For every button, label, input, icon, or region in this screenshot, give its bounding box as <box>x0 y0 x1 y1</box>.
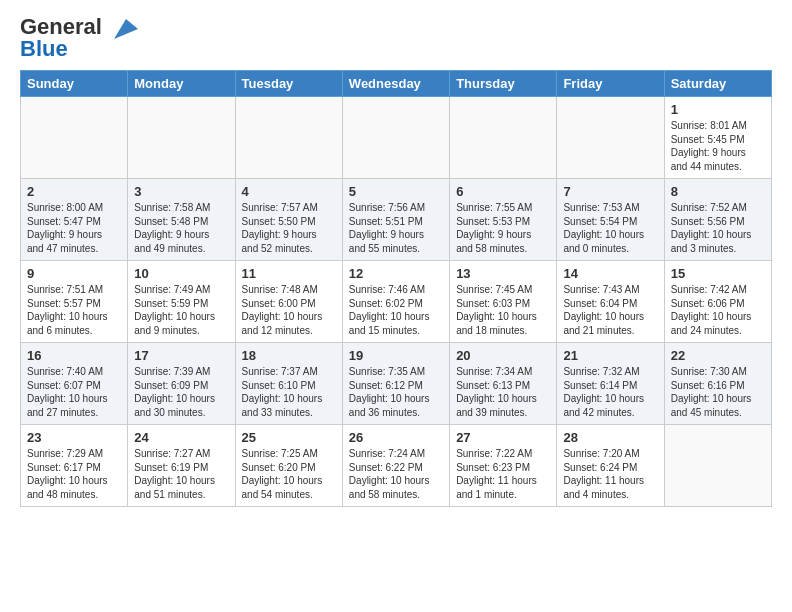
day-info: Sunrise: 7:55 AM Sunset: 5:53 PM Dayligh… <box>456 201 550 255</box>
day-info: Sunrise: 7:27 AM Sunset: 6:19 PM Dayligh… <box>134 447 228 501</box>
day-cell: 16Sunrise: 7:40 AM Sunset: 6:07 PM Dayli… <box>21 343 128 425</box>
day-cell: 11Sunrise: 7:48 AM Sunset: 6:00 PM Dayli… <box>235 261 342 343</box>
day-cell: 13Sunrise: 7:45 AM Sunset: 6:03 PM Dayli… <box>450 261 557 343</box>
day-info: Sunrise: 7:40 AM Sunset: 6:07 PM Dayligh… <box>27 365 121 419</box>
logo: General Blue <box>20 16 140 60</box>
week-row-3: 9Sunrise: 7:51 AM Sunset: 5:57 PM Daylig… <box>21 261 772 343</box>
day-cell <box>128 97 235 179</box>
day-cell <box>21 97 128 179</box>
day-number: 15 <box>671 266 765 281</box>
day-cell: 21Sunrise: 7:32 AM Sunset: 6:14 PM Dayli… <box>557 343 664 425</box>
day-cell: 20Sunrise: 7:34 AM Sunset: 6:13 PM Dayli… <box>450 343 557 425</box>
day-cell: 27Sunrise: 7:22 AM Sunset: 6:23 PM Dayli… <box>450 425 557 507</box>
day-cell: 26Sunrise: 7:24 AM Sunset: 6:22 PM Dayli… <box>342 425 449 507</box>
day-cell <box>664 425 771 507</box>
day-cell <box>342 97 449 179</box>
day-info: Sunrise: 7:30 AM Sunset: 6:16 PM Dayligh… <box>671 365 765 419</box>
day-cell: 5Sunrise: 7:56 AM Sunset: 5:51 PM Daylig… <box>342 179 449 261</box>
calendar: SundayMondayTuesdayWednesdayThursdayFrid… <box>20 70 772 507</box>
day-cell: 14Sunrise: 7:43 AM Sunset: 6:04 PM Dayli… <box>557 261 664 343</box>
day-info: Sunrise: 8:01 AM Sunset: 5:45 PM Dayligh… <box>671 119 765 173</box>
day-info: Sunrise: 7:51 AM Sunset: 5:57 PM Dayligh… <box>27 283 121 337</box>
weekday-header-saturday: Saturday <box>664 71 771 97</box>
day-info: Sunrise: 7:52 AM Sunset: 5:56 PM Dayligh… <box>671 201 765 255</box>
week-row-1: 1Sunrise: 8:01 AM Sunset: 5:45 PM Daylig… <box>21 97 772 179</box>
day-info: Sunrise: 7:32 AM Sunset: 6:14 PM Dayligh… <box>563 365 657 419</box>
day-cell: 7Sunrise: 7:53 AM Sunset: 5:54 PM Daylig… <box>557 179 664 261</box>
day-cell <box>450 97 557 179</box>
day-number: 3 <box>134 184 228 199</box>
svg-marker-0 <box>114 19 138 39</box>
week-row-4: 16Sunrise: 7:40 AM Sunset: 6:07 PM Dayli… <box>21 343 772 425</box>
day-number: 28 <box>563 430 657 445</box>
day-cell: 3Sunrise: 7:58 AM Sunset: 5:48 PM Daylig… <box>128 179 235 261</box>
week-row-2: 2Sunrise: 8:00 AM Sunset: 5:47 PM Daylig… <box>21 179 772 261</box>
day-cell: 6Sunrise: 7:55 AM Sunset: 5:53 PM Daylig… <box>450 179 557 261</box>
header: General Blue <box>20 16 772 60</box>
day-cell: 4Sunrise: 7:57 AM Sunset: 5:50 PM Daylig… <box>235 179 342 261</box>
day-number: 18 <box>242 348 336 363</box>
day-info: Sunrise: 7:56 AM Sunset: 5:51 PM Dayligh… <box>349 201 443 255</box>
day-info: Sunrise: 8:00 AM Sunset: 5:47 PM Dayligh… <box>27 201 121 255</box>
weekday-header-monday: Monday <box>128 71 235 97</box>
day-number: 20 <box>456 348 550 363</box>
day-info: Sunrise: 7:25 AM Sunset: 6:20 PM Dayligh… <box>242 447 336 501</box>
day-number: 4 <box>242 184 336 199</box>
day-number: 17 <box>134 348 228 363</box>
day-number: 7 <box>563 184 657 199</box>
day-number: 5 <box>349 184 443 199</box>
day-info: Sunrise: 7:22 AM Sunset: 6:23 PM Dayligh… <box>456 447 550 501</box>
day-number: 19 <box>349 348 443 363</box>
day-number: 6 <box>456 184 550 199</box>
day-cell: 17Sunrise: 7:39 AM Sunset: 6:09 PM Dayli… <box>128 343 235 425</box>
day-info: Sunrise: 7:37 AM Sunset: 6:10 PM Dayligh… <box>242 365 336 419</box>
day-info: Sunrise: 7:43 AM Sunset: 6:04 PM Dayligh… <box>563 283 657 337</box>
day-number: 14 <box>563 266 657 281</box>
day-info: Sunrise: 7:29 AM Sunset: 6:17 PM Dayligh… <box>27 447 121 501</box>
day-info: Sunrise: 7:42 AM Sunset: 6:06 PM Dayligh… <box>671 283 765 337</box>
day-number: 27 <box>456 430 550 445</box>
day-number: 21 <box>563 348 657 363</box>
weekday-header-sunday: Sunday <box>21 71 128 97</box>
day-number: 23 <box>27 430 121 445</box>
day-cell: 2Sunrise: 8:00 AM Sunset: 5:47 PM Daylig… <box>21 179 128 261</box>
day-cell: 25Sunrise: 7:25 AM Sunset: 6:20 PM Dayli… <box>235 425 342 507</box>
weekday-header-thursday: Thursday <box>450 71 557 97</box>
day-info: Sunrise: 7:53 AM Sunset: 5:54 PM Dayligh… <box>563 201 657 255</box>
day-cell: 1Sunrise: 8:01 AM Sunset: 5:45 PM Daylig… <box>664 97 771 179</box>
day-cell: 24Sunrise: 7:27 AM Sunset: 6:19 PM Dayli… <box>128 425 235 507</box>
day-cell: 12Sunrise: 7:46 AM Sunset: 6:02 PM Dayli… <box>342 261 449 343</box>
day-info: Sunrise: 7:45 AM Sunset: 6:03 PM Dayligh… <box>456 283 550 337</box>
logo-blue: Blue <box>20 36 68 61</box>
day-cell: 28Sunrise: 7:20 AM Sunset: 6:24 PM Dayli… <box>557 425 664 507</box>
day-number: 8 <box>671 184 765 199</box>
day-cell <box>235 97 342 179</box>
day-number: 22 <box>671 348 765 363</box>
day-cell: 8Sunrise: 7:52 AM Sunset: 5:56 PM Daylig… <box>664 179 771 261</box>
day-cell: 22Sunrise: 7:30 AM Sunset: 6:16 PM Dayli… <box>664 343 771 425</box>
day-number: 24 <box>134 430 228 445</box>
day-number: 25 <box>242 430 336 445</box>
day-number: 26 <box>349 430 443 445</box>
page: General Blue SundayMondayTuesdayWednesda… <box>0 0 792 523</box>
day-info: Sunrise: 7:57 AM Sunset: 5:50 PM Dayligh… <box>242 201 336 255</box>
day-info: Sunrise: 7:58 AM Sunset: 5:48 PM Dayligh… <box>134 201 228 255</box>
day-number: 10 <box>134 266 228 281</box>
day-number: 2 <box>27 184 121 199</box>
weekday-header-row: SundayMondayTuesdayWednesdayThursdayFrid… <box>21 71 772 97</box>
day-cell: 23Sunrise: 7:29 AM Sunset: 6:17 PM Dayli… <box>21 425 128 507</box>
logo-icon <box>104 11 140 47</box>
day-number: 9 <box>27 266 121 281</box>
day-cell: 18Sunrise: 7:37 AM Sunset: 6:10 PM Dayli… <box>235 343 342 425</box>
weekday-header-wednesday: Wednesday <box>342 71 449 97</box>
day-number: 13 <box>456 266 550 281</box>
day-info: Sunrise: 7:24 AM Sunset: 6:22 PM Dayligh… <box>349 447 443 501</box>
logo-text: General Blue <box>20 16 102 60</box>
day-cell: 10Sunrise: 7:49 AM Sunset: 5:59 PM Dayli… <box>128 261 235 343</box>
day-info: Sunrise: 7:35 AM Sunset: 6:12 PM Dayligh… <box>349 365 443 419</box>
day-info: Sunrise: 7:34 AM Sunset: 6:13 PM Dayligh… <box>456 365 550 419</box>
day-cell: 15Sunrise: 7:42 AM Sunset: 6:06 PM Dayli… <box>664 261 771 343</box>
day-cell: 9Sunrise: 7:51 AM Sunset: 5:57 PM Daylig… <box>21 261 128 343</box>
day-info: Sunrise: 7:46 AM Sunset: 6:02 PM Dayligh… <box>349 283 443 337</box>
week-row-5: 23Sunrise: 7:29 AM Sunset: 6:17 PM Dayli… <box>21 425 772 507</box>
